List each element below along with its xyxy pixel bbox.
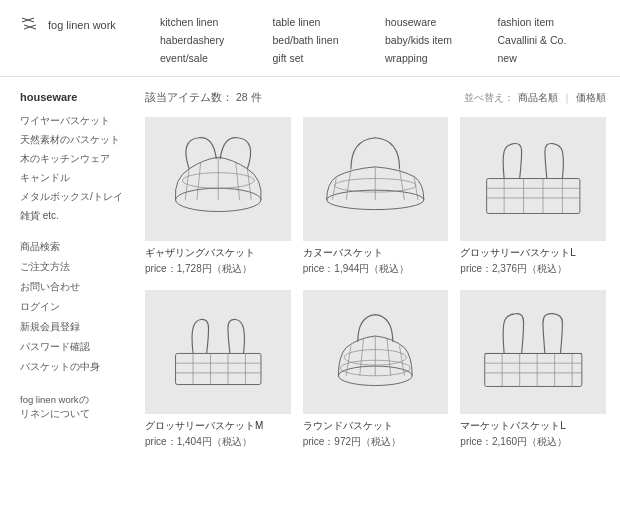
product-image-round[interactable] (303, 290, 449, 414)
product-image-grocery-l[interactable] (460, 117, 606, 241)
nav-grid: kitchen linen table linen houseware fash… (160, 14, 600, 66)
logo-text: fog linen work (48, 18, 116, 32)
svg-rect-40 (485, 354, 582, 387)
sidebar-item-metal-box[interactable]: メタルボックス/トレイ (20, 187, 125, 206)
svg-line-36 (360, 338, 364, 376)
product-name-canoe: カヌーバスケット (303, 246, 449, 260)
nav-bed-bath-linen[interactable]: bed/bath linen (273, 32, 376, 48)
product-price-gathering: price：1,728円（税込） (145, 262, 291, 276)
sidebar-item-misc[interactable]: 雑貨 etc. (20, 206, 125, 225)
svg-line-8 (235, 162, 239, 200)
sidebar: houseware ワイヤーバスケット 天然素材のバスケット 木のキッチンウェア… (0, 91, 135, 449)
product-item-gathering: ギャザリングバスケット price：1,728円（税込） (145, 117, 291, 276)
product-image-gathering[interactable] (145, 117, 291, 241)
sort-label: 並べ替え： (464, 91, 514, 105)
nav-table-linen[interactable]: table linen (273, 14, 376, 30)
nav-event-sale[interactable]: event/sale (160, 50, 263, 66)
sidebar-link-search[interactable]: 商品検索 (20, 237, 125, 257)
sidebar-link-order[interactable]: ご注文方法 (20, 257, 125, 277)
svg-line-13 (346, 169, 351, 200)
nav-gift-set[interactable]: gift set (273, 50, 376, 66)
svg-line-38 (387, 338, 391, 376)
sort-by-name[interactable]: 商品名順 (518, 91, 558, 105)
logo-area: fog linen work (20, 14, 150, 36)
product-image-market-l[interactable] (460, 290, 606, 414)
item-count: 該当アイテム数： 28 件 (145, 91, 262, 105)
sidebar-note: fog linen workの リネンについて (20, 393, 125, 422)
product-image-grocery-m[interactable] (145, 290, 291, 414)
item-count-value: 28 件 (236, 91, 262, 103)
sort-separator: ｜ (562, 91, 572, 105)
sidebar-item-wood-kitchen[interactable]: 木のキッチンウェア (20, 149, 125, 168)
nav-fashion-item[interactable]: fashion item (498, 14, 601, 30)
sidebar-link-login[interactable]: ログイン (20, 297, 125, 317)
sort-area: 並べ替え： 商品名順 ｜ 価格順 (464, 91, 606, 105)
product-item-canoe: カヌーバスケット price：1,944円（税込） (303, 117, 449, 276)
product-image-canoe[interactable] (303, 117, 449, 241)
main: houseware ワイヤーバスケット 天然素材のバスケット 木のキッチンウェア… (0, 77, 620, 449)
product-price-round: price：972円（税込） (303, 435, 449, 449)
sidebar-divider-2 (20, 377, 125, 389)
product-name-grocery-m: グロッサリーバスケットM (145, 419, 291, 433)
sidebar-link-basket[interactable]: バスケットの中身 (20, 357, 125, 377)
svg-line-15 (400, 169, 405, 200)
product-item-grocery-l: グロッサリーバスケットL price：2,376円（税込） (460, 117, 606, 276)
svg-rect-25 (175, 354, 260, 385)
sidebar-item-candle[interactable]: キャンドル (20, 168, 125, 187)
product-item-grocery-m: グロッサリーバスケットM price：1,404円（税込） (145, 290, 291, 449)
product-price-grocery-l: price：2,376円（税込） (460, 262, 606, 276)
nav-houseware[interactable]: houseware (385, 14, 488, 30)
content-area: 該当アイテム数： 28 件 並べ替え： 商品名順 ｜ 価格順 (135, 91, 620, 449)
product-name-market-l: マーケットバスケットL (460, 419, 606, 433)
header: fog linen work kitchen linen table linen… (0, 0, 620, 77)
svg-rect-18 (487, 179, 580, 214)
nav-baby-kids[interactable]: baby/kids item (385, 32, 488, 48)
sort-by-price[interactable]: 価格順 (576, 91, 606, 105)
nav-haberdashery[interactable]: haberdashery (160, 32, 263, 48)
product-name-gathering: ギャザリングバスケット (145, 246, 291, 260)
product-item-round: ラウンドバスケット price：972円（税込） (303, 290, 449, 449)
product-price-canoe: price：1,944円（税込） (303, 262, 449, 276)
nav-kitchen-linen[interactable]: kitchen linen (160, 14, 263, 30)
item-count-label: 該当アイテム数： (145, 91, 233, 103)
product-item-market-l: マーケットバスケットL price：2,160円（税込） (460, 290, 606, 449)
product-grid: ギャザリングバスケット price：1,728円（税込） (145, 117, 606, 449)
sidebar-divider (20, 225, 125, 237)
product-name-grocery-l: グロッサリーバスケットL (460, 246, 606, 260)
product-name-round: ラウンドバスケット (303, 419, 449, 433)
sidebar-item-natural-basket[interactable]: 天然素材のバスケット (20, 130, 125, 149)
nav-wrapping[interactable]: wrapping (385, 50, 488, 66)
nav-cavallini[interactable]: Cavallini & Co. (498, 32, 601, 48)
sidebar-link-password[interactable]: パスワード確認 (20, 337, 125, 357)
svg-line-6 (196, 162, 200, 200)
nav-new[interactable]: new (498, 50, 601, 66)
product-price-market-l: price：2,160円（税込） (460, 435, 606, 449)
logo-icon (20, 14, 42, 36)
product-price-grocery-m: price：1,404円（税込） (145, 435, 291, 449)
sidebar-category-title: houseware (20, 91, 125, 103)
sidebar-link-register[interactable]: 新規会員登録 (20, 317, 125, 337)
content-header: 該当アイテム数： 28 件 並べ替え： 商品名順 ｜ 価格順 (145, 91, 606, 105)
sidebar-link-contact[interactable]: お問い合わせ (20, 277, 125, 297)
sidebar-item-wire-basket[interactable]: ワイヤーバスケット (20, 111, 125, 130)
